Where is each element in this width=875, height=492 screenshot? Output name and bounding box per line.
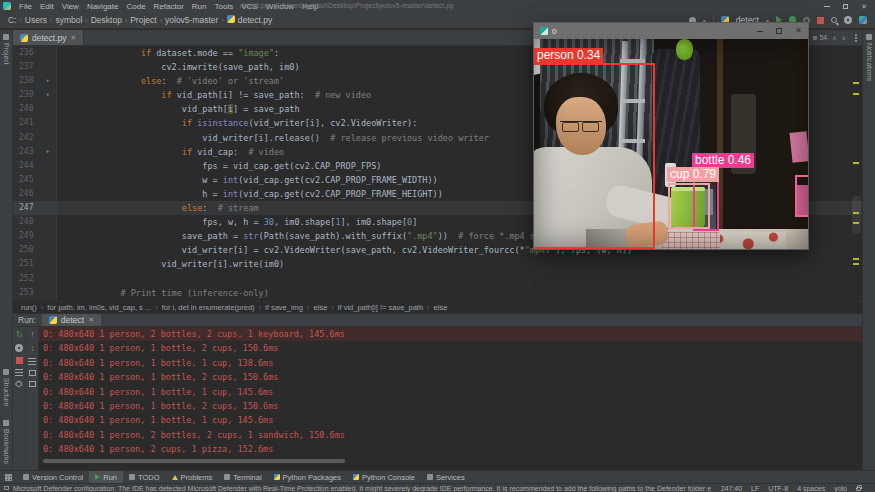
line-number: 241 bbox=[13, 116, 39, 130]
editor-breadcrumb-item[interactable]: if vid_path[i] != save_path bbox=[338, 303, 423, 312]
editor-breadcrumb-item[interactable]: run() bbox=[21, 303, 37, 312]
breadcrumb-item[interactable]: Users bbox=[25, 15, 47, 25]
breadcrumb-item[interactable]: yolov5-master bbox=[165, 15, 218, 25]
toolwindow-button-services[interactable]: Services bbox=[421, 471, 471, 483]
toolwindow-button-version-control[interactable]: Version Control bbox=[17, 471, 89, 483]
menu-item-file[interactable]: File bbox=[15, 2, 36, 11]
maximize-icon[interactable] bbox=[776, 28, 782, 34]
menu-item-tools[interactable]: Tools bbox=[211, 2, 238, 11]
status-item[interactable]: 4 spaces bbox=[797, 485, 825, 492]
show-options-icon[interactable] bbox=[15, 369, 23, 376]
status-item[interactable]: LF bbox=[751, 485, 759, 492]
warning-stripe-mark[interactable] bbox=[853, 263, 859, 265]
gutter bbox=[39, 215, 57, 229]
gear-icon[interactable] bbox=[844, 16, 852, 24]
sidebar-item-project[interactable]: Project bbox=[3, 34, 10, 65]
toolwindow-switcher-icon[interactable] bbox=[5, 474, 12, 481]
stop-icon[interactable] bbox=[16, 357, 23, 364]
editor-breadcrumb-item[interactable]: else bbox=[314, 303, 328, 312]
menu-item-view[interactable]: View bbox=[58, 2, 83, 11]
code-line[interactable]: 251 vid_writer[i].write(im0) bbox=[13, 257, 862, 271]
code-line[interactable]: 252 bbox=[13, 272, 862, 286]
toolwindow-icon bbox=[427, 474, 433, 480]
scroll-to-end-icon[interactable] bbox=[29, 370, 36, 376]
close-icon[interactable]: ✕ bbox=[88, 316, 94, 324]
event-log-icon[interactable] bbox=[4, 486, 9, 490]
settings-icon[interactable] bbox=[15, 344, 23, 352]
editor-options-icon[interactable] bbox=[850, 30, 862, 45]
webcam-frame: person 0.34bottle 0.46cup 0.79 bbox=[534, 39, 808, 249]
toolwindow-button-python-console[interactable]: Python Console bbox=[347, 471, 421, 483]
console-hscrollbar[interactable] bbox=[43, 459, 345, 463]
line-number: 236 bbox=[13, 46, 39, 60]
console-line: 0: 480x640 1 person, 2 cups, 1 pizza, 15… bbox=[39, 442, 862, 456]
toolwindow-button-problems[interactable]: Problems bbox=[166, 471, 219, 483]
line-number: 242 bbox=[13, 131, 39, 145]
editor-breadcrumb-item[interactable]: for path, im, im0s, vid_cap, s ... bbox=[47, 303, 151, 312]
run-tab-detect[interactable]: detect ✕ bbox=[42, 314, 101, 326]
next-problem-icon[interactable]: ∨ bbox=[842, 34, 846, 41]
status-item[interactable]: 247:40 bbox=[721, 485, 742, 492]
pin-icon[interactable] bbox=[15, 380, 23, 388]
editor-scrollbar[interactable] bbox=[852, 196, 861, 234]
sidebar-item-structure[interactable]: Structure bbox=[3, 369, 10, 406]
run-console[interactable]: 0: 480x640 1 person, 2 bottles, 2 cups, … bbox=[39, 327, 862, 470]
breadcrumb-item[interactable]: detect.py bbox=[238, 15, 273, 25]
sidebar-item-bookmarks[interactable]: Bookmarks bbox=[3, 420, 10, 464]
close-icon[interactable]: ✕ bbox=[71, 34, 77, 42]
warning-stripe-mark[interactable] bbox=[853, 222, 859, 224]
toolwindow-button-python-packages[interactable]: Python Packages bbox=[268, 471, 347, 483]
editor-breadcrumb-item[interactable]: if save_img bbox=[265, 303, 303, 312]
up-stack-icon[interactable]: ↑ bbox=[30, 330, 34, 339]
pycharm-window: FileEditViewNavigateCodeRefactorRunTools… bbox=[0, 0, 875, 492]
menu-item-edit[interactable]: Edit bbox=[36, 2, 58, 11]
clear-console-icon[interactable] bbox=[29, 381, 36, 387]
warning-stripe-mark[interactable] bbox=[853, 258, 859, 260]
breadcrumb-item[interactable]: symbol bbox=[55, 15, 82, 25]
warning-stripe-mark[interactable] bbox=[853, 93, 859, 95]
prev-problem-icon[interactable]: ∧ bbox=[832, 34, 836, 41]
editor-breadcrumb-item[interactable]: for i, det in enumerate(pred) bbox=[162, 303, 255, 312]
gutter bbox=[39, 46, 57, 60]
python-file-icon bbox=[227, 15, 235, 23]
stop-button[interactable] bbox=[817, 17, 824, 24]
rerun-icon[interactable]: ↻ bbox=[16, 330, 23, 339]
down-stack-icon[interactable]: ↓ bbox=[30, 344, 34, 353]
breadcrumb-item[interactable]: Desktop bbox=[91, 15, 122, 25]
breadcrumb-item[interactable]: Project bbox=[130, 15, 156, 25]
fold-icon[interactable]: ▾ bbox=[39, 145, 57, 159]
plugin-update-icon[interactable] bbox=[859, 16, 867, 24]
soft-wrap-icon[interactable] bbox=[28, 358, 36, 365]
warning-stripe-mark[interactable] bbox=[853, 212, 859, 214]
toolwindow-button-terminal[interactable]: Terminal bbox=[218, 471, 267, 483]
code-line[interactable]: 253 # Print time (inference-only) bbox=[13, 286, 862, 300]
sidebar-item-notifications[interactable]: Notifications bbox=[866, 34, 873, 81]
toolwindow-button-todo[interactable]: TODO bbox=[123, 471, 166, 483]
warning-stripe-mark[interactable] bbox=[853, 162, 859, 164]
status-item[interactable]: yolo bbox=[834, 485, 847, 492]
breadcrumb-item[interactable]: C: bbox=[8, 15, 17, 25]
minimize-icon[interactable] bbox=[757, 31, 763, 32]
detection-label: cup 0.79 bbox=[667, 167, 719, 182]
toolwindow-button-run[interactable]: Run bbox=[89, 471, 123, 483]
menu-item-refactor[interactable]: Refactor bbox=[150, 2, 188, 11]
search-icon[interactable] bbox=[831, 17, 837, 23]
editor-breadcrumb-item[interactable]: else bbox=[434, 303, 448, 312]
menu-item-code[interactable]: Code bbox=[122, 2, 149, 11]
fold-icon[interactable]: ▾ bbox=[39, 74, 57, 88]
status-item[interactable]: UTF-8 bbox=[768, 485, 788, 492]
close-icon[interactable]: ✕ bbox=[795, 27, 802, 35]
warning-stripe-mark[interactable] bbox=[853, 82, 859, 84]
close-icon[interactable]: ✕ bbox=[861, 3, 867, 10]
opencv-window[interactable]: 0 ✕ bbox=[533, 22, 809, 250]
toolwindow-icon bbox=[23, 474, 29, 480]
lock-icon[interactable] bbox=[856, 487, 861, 491]
minimize-icon[interactable] bbox=[824, 6, 830, 7]
status-message[interactable]: Microsoft Defender configuration: The ID… bbox=[13, 485, 711, 492]
opencv-title-bar[interactable]: 0 ✕ bbox=[534, 23, 808, 39]
fold-icon[interactable]: ▾ bbox=[39, 88, 57, 102]
tab-detect-py[interactable]: detect.py ✕ bbox=[13, 30, 84, 45]
maximize-icon[interactable] bbox=[843, 4, 848, 9]
menu-item-navigate[interactable]: Navigate bbox=[83, 2, 123, 11]
menu-item-run[interactable]: Run bbox=[188, 2, 211, 11]
